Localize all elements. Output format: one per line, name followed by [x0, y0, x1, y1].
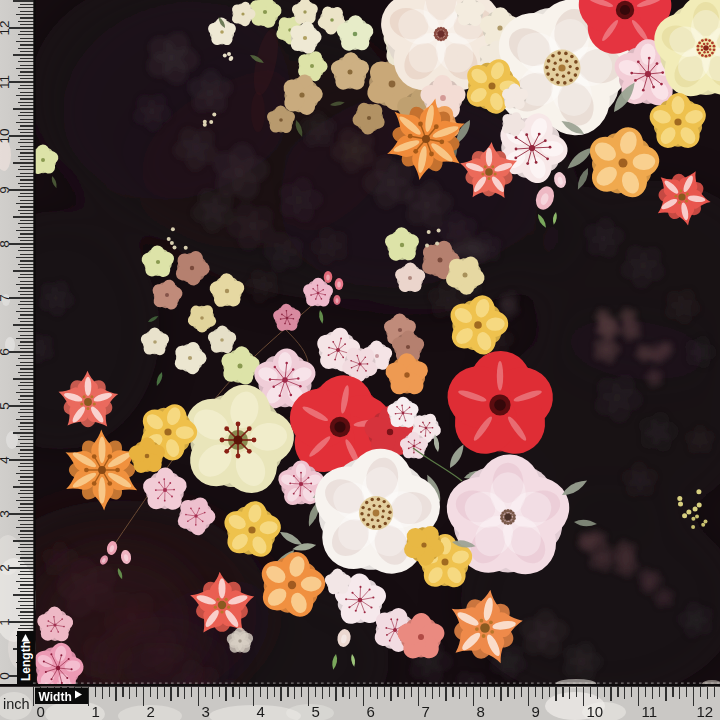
svg-text:inch: inch: [3, 696, 30, 712]
svg-text:Width: Width: [39, 690, 72, 704]
svg-text:2: 2: [0, 564, 12, 572]
svg-text:12: 12: [697, 703, 714, 720]
svg-text:0: 0: [37, 703, 45, 720]
svg-text:0: 0: [0, 672, 12, 680]
svg-text:4: 4: [257, 703, 265, 720]
svg-text:6: 6: [367, 703, 375, 720]
svg-text:8: 8: [477, 703, 485, 720]
svg-text:4: 4: [0, 456, 12, 464]
svg-text:3: 3: [0, 510, 12, 518]
svg-text:8: 8: [0, 240, 12, 248]
svg-text:10: 10: [587, 703, 604, 720]
svg-text:1: 1: [92, 703, 100, 720]
svg-text:7: 7: [422, 703, 430, 720]
svg-text:1: 1: [0, 618, 12, 626]
svg-text:3: 3: [202, 703, 210, 720]
svg-text:2: 2: [147, 703, 155, 720]
svg-text:Length: Length: [19, 641, 33, 681]
svg-text:10: 10: [0, 128, 12, 143]
svg-text:9: 9: [0, 186, 12, 194]
svg-text:11: 11: [642, 703, 658, 720]
svg-text:9: 9: [532, 703, 540, 720]
svg-text:5: 5: [312, 703, 320, 720]
svg-text:7: 7: [0, 294, 12, 302]
svg-text:5: 5: [0, 402, 12, 410]
svg-text:6: 6: [0, 348, 12, 356]
svg-text:12: 12: [0, 20, 12, 35]
svg-text:11: 11: [0, 75, 12, 89]
